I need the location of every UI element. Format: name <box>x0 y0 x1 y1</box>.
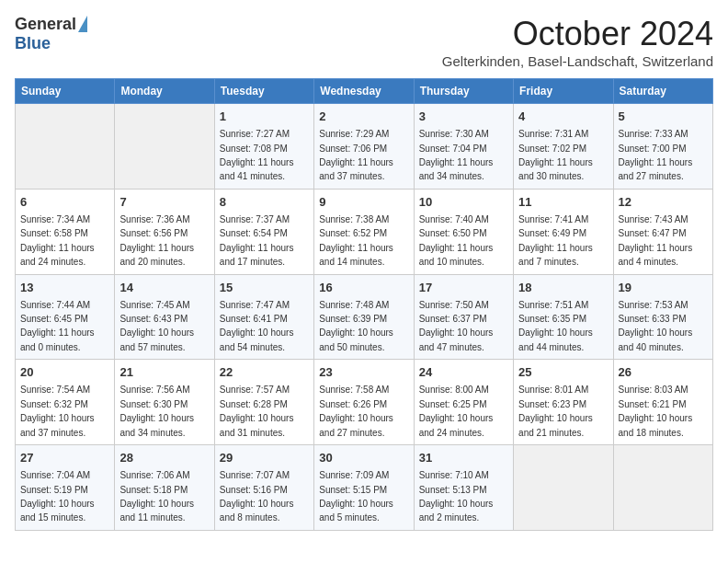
calendar-week-4: 20Sunrise: 7:54 AM Sunset: 6:32 PM Dayli… <box>16 360 713 445</box>
calendar-cell: 17Sunrise: 7:50 AM Sunset: 6:37 PM Dayli… <box>414 274 513 360</box>
page-header: General Blue October 2024 Gelterkinden, … <box>15 15 713 69</box>
calendar-cell <box>115 104 214 190</box>
calendar-cell <box>514 445 613 531</box>
calendar-cell: 24Sunrise: 8:00 AM Sunset: 6:25 PM Dayli… <box>414 360 513 445</box>
calendar-cell: 23Sunrise: 7:58 AM Sunset: 6:26 PM Dayli… <box>314 360 414 445</box>
day-info: Sunrise: 7:47 AM Sunset: 6:41 PM Dayligh… <box>220 300 294 352</box>
logo-blue-text: Blue <box>15 34 51 53</box>
calendar-cell: 31Sunrise: 7:10 AM Sunset: 5:13 PM Dayli… <box>414 445 513 531</box>
day-number: 1 <box>220 109 309 125</box>
day-info: Sunrise: 7:40 AM Sunset: 6:50 PM Dayligh… <box>419 214 494 267</box>
day-info: Sunrise: 7:31 AM Sunset: 7:02 PM Dayligh… <box>518 129 593 181</box>
calendar-cell: 30Sunrise: 7:09 AM Sunset: 5:15 PM Dayli… <box>314 445 414 531</box>
calendar-cell: 6Sunrise: 7:34 AM Sunset: 6:58 PM Daylig… <box>16 189 115 274</box>
column-header-friday: Friday <box>514 79 613 104</box>
day-info: Sunrise: 7:34 AM Sunset: 6:58 PM Dayligh… <box>20 214 95 267</box>
day-info: Sunrise: 7:30 AM Sunset: 7:04 PM Dayligh… <box>419 129 494 181</box>
day-info: Sunrise: 7:10 AM Sunset: 5:13 PM Dayligh… <box>419 470 494 523</box>
calendar-cell: 3Sunrise: 7:30 AM Sunset: 7:04 PM Daylig… <box>414 104 513 190</box>
calendar-cell: 12Sunrise: 7:43 AM Sunset: 6:47 PM Dayli… <box>613 189 712 274</box>
calendar-cell: 9Sunrise: 7:38 AM Sunset: 6:52 PM Daylig… <box>314 189 414 274</box>
day-info: Sunrise: 8:00 AM Sunset: 6:25 PM Dayligh… <box>419 385 494 437</box>
calendar-cell: 15Sunrise: 7:47 AM Sunset: 6:41 PM Dayli… <box>214 274 313 360</box>
day-info: Sunrise: 7:54 AM Sunset: 6:32 PM Dayligh… <box>20 385 95 437</box>
day-info: Sunrise: 8:03 AM Sunset: 6:21 PM Dayligh… <box>619 385 693 437</box>
day-info: Sunrise: 7:27 AM Sunset: 7:08 PM Dayligh… <box>220 129 294 181</box>
day-number: 10 <box>419 194 508 211</box>
day-number: 19 <box>619 280 708 296</box>
column-header-sunday: Sunday <box>16 79 115 104</box>
calendar-cell: 20Sunrise: 7:54 AM Sunset: 6:32 PM Dayli… <box>16 360 115 445</box>
calendar-cell: 13Sunrise: 7:44 AM Sunset: 6:45 PM Dayli… <box>16 274 115 360</box>
calendar-cell: 8Sunrise: 7:37 AM Sunset: 6:54 PM Daylig… <box>214 189 313 274</box>
logo: General Blue <box>15 15 87 53</box>
calendar-cell: 18Sunrise: 7:51 AM Sunset: 6:35 PM Dayli… <box>514 274 613 360</box>
calendar-cell: 4Sunrise: 7:31 AM Sunset: 7:02 PM Daylig… <box>514 104 613 190</box>
day-info: Sunrise: 7:29 AM Sunset: 7:06 PM Dayligh… <box>319 129 393 181</box>
day-number: 16 <box>319 280 408 296</box>
day-number: 7 <box>119 194 209 211</box>
calendar-cell: 22Sunrise: 7:57 AM Sunset: 6:28 PM Dayli… <box>214 360 313 445</box>
calendar-cell: 2Sunrise: 7:29 AM Sunset: 7:06 PM Daylig… <box>314 104 414 190</box>
calendar-cell <box>613 445 712 531</box>
calendar-cell: 28Sunrise: 7:06 AM Sunset: 5:18 PM Dayli… <box>115 445 214 531</box>
day-info: Sunrise: 7:57 AM Sunset: 6:28 PM Dayligh… <box>220 385 294 437</box>
calendar-header: SundayMondayTuesdayWednesdayThursdayFrid… <box>16 79 713 104</box>
day-number: 8 <box>220 194 309 211</box>
day-number: 11 <box>518 194 608 211</box>
calendar-cell: 11Sunrise: 7:41 AM Sunset: 6:49 PM Dayli… <box>514 189 613 274</box>
day-info: Sunrise: 8:01 AM Sunset: 6:23 PM Dayligh… <box>518 385 593 437</box>
day-number: 28 <box>119 450 209 466</box>
day-number: 13 <box>20 280 109 296</box>
calendar-week-3: 13Sunrise: 7:44 AM Sunset: 6:45 PM Dayli… <box>16 274 713 360</box>
day-number: 23 <box>319 364 408 381</box>
calendar-cell: 7Sunrise: 7:36 AM Sunset: 6:56 PM Daylig… <box>115 189 214 274</box>
day-info: Sunrise: 7:04 AM Sunset: 5:19 PM Dayligh… <box>20 470 95 523</box>
calendar-cell: 21Sunrise: 7:56 AM Sunset: 6:30 PM Dayli… <box>115 360 214 445</box>
month-title: October 2024 <box>442 15 713 53</box>
day-number: 21 <box>119 364 209 381</box>
calendar-cell: 10Sunrise: 7:40 AM Sunset: 6:50 PM Dayli… <box>414 189 513 274</box>
calendar-cell: 29Sunrise: 7:07 AM Sunset: 5:16 PM Dayli… <box>214 445 313 531</box>
calendar-cell: 16Sunrise: 7:48 AM Sunset: 6:39 PM Dayli… <box>314 274 414 360</box>
day-number: 20 <box>20 364 109 381</box>
day-number: 14 <box>119 280 209 296</box>
day-number: 6 <box>20 194 109 211</box>
day-number: 5 <box>619 109 708 125</box>
location-subtitle: Gelterkinden, Basel-Landschaft, Switzerl… <box>442 53 713 69</box>
day-info: Sunrise: 7:37 AM Sunset: 6:54 PM Dayligh… <box>220 214 294 267</box>
day-number: 26 <box>619 364 708 381</box>
column-header-wednesday: Wednesday <box>314 79 414 104</box>
calendar-cell: 1Sunrise: 7:27 AM Sunset: 7:08 PM Daylig… <box>214 104 313 190</box>
logo-general-text: General <box>15 15 76 34</box>
day-number: 2 <box>319 109 408 125</box>
calendar-cell: 26Sunrise: 8:03 AM Sunset: 6:21 PM Dayli… <box>613 360 712 445</box>
day-info: Sunrise: 7:38 AM Sunset: 6:52 PM Dayligh… <box>319 214 393 267</box>
column-header-saturday: Saturday <box>613 79 712 104</box>
day-info: Sunrise: 7:48 AM Sunset: 6:39 PM Dayligh… <box>319 300 393 352</box>
day-number: 15 <box>220 280 309 296</box>
day-info: Sunrise: 7:09 AM Sunset: 5:15 PM Dayligh… <box>319 470 393 523</box>
day-info: Sunrise: 7:43 AM Sunset: 6:47 PM Dayligh… <box>619 214 693 267</box>
calendar-cell <box>16 104 115 190</box>
logo-triangle-icon <box>78 16 87 32</box>
day-number: 25 <box>518 364 608 381</box>
day-info: Sunrise: 7:41 AM Sunset: 6:49 PM Dayligh… <box>518 214 593 267</box>
calendar-cell: 25Sunrise: 8:01 AM Sunset: 6:23 PM Dayli… <box>514 360 613 445</box>
calendar-table: SundayMondayTuesdayWednesdayThursdayFrid… <box>15 78 713 531</box>
day-info: Sunrise: 7:56 AM Sunset: 6:30 PM Dayligh… <box>119 385 194 437</box>
calendar-cell: 14Sunrise: 7:45 AM Sunset: 6:43 PM Dayli… <box>115 274 214 360</box>
day-info: Sunrise: 7:36 AM Sunset: 6:56 PM Dayligh… <box>119 214 194 267</box>
column-header-tuesday: Tuesday <box>214 79 313 104</box>
day-info: Sunrise: 7:06 AM Sunset: 5:18 PM Dayligh… <box>119 470 194 523</box>
day-number: 4 <box>518 109 608 125</box>
day-info: Sunrise: 7:33 AM Sunset: 7:00 PM Dayligh… <box>619 129 693 181</box>
title-section: October 2024 Gelterkinden, Basel-Landsch… <box>442 15 713 69</box>
day-info: Sunrise: 7:53 AM Sunset: 6:33 PM Dayligh… <box>619 300 693 352</box>
day-number: 30 <box>319 450 408 466</box>
day-number: 27 <box>20 450 109 466</box>
calendar-cell: 19Sunrise: 7:53 AM Sunset: 6:33 PM Dayli… <box>613 274 712 360</box>
day-number: 24 <box>419 364 508 381</box>
calendar-cell: 5Sunrise: 7:33 AM Sunset: 7:00 PM Daylig… <box>613 104 712 190</box>
day-number: 31 <box>419 450 508 466</box>
